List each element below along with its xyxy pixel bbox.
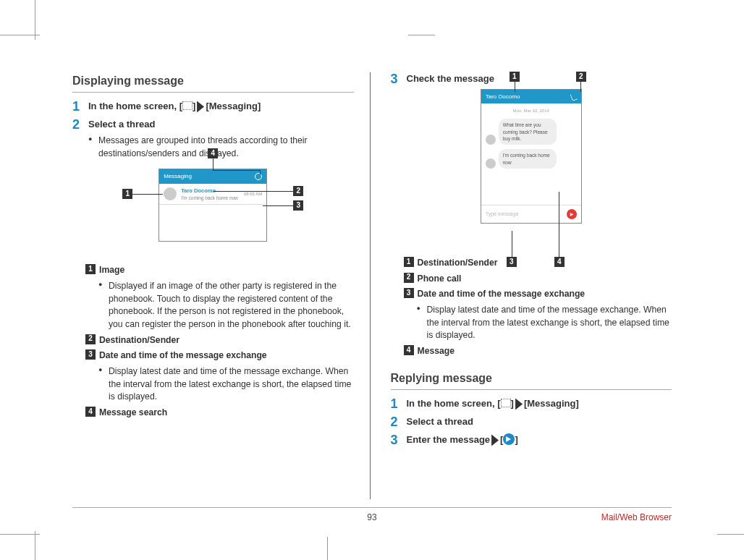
crop-mark (0, 534, 40, 535)
reply-step-1: 1 In the home screen, []▶[Messaging] (391, 397, 672, 411)
legend-num: 3 (404, 288, 414, 298)
avatar (486, 158, 496, 169)
search-icon (255, 173, 262, 180)
step-3-title: Check the message (407, 72, 672, 86)
callout-line (559, 192, 559, 257)
crop-mark (35, 0, 35, 40)
step-number: 3 (391, 72, 401, 85)
callout-line (515, 82, 515, 92)
callout-1: 1 (510, 72, 520, 82)
manual-page: Displaying message 1 In the home screen,… (0, 0, 744, 560)
figure-2-legend: 1 Destination/Sender 2 Phone call 3 Date… (391, 257, 672, 358)
conversation-date: Mon, Mar 10, 2014 (486, 108, 577, 114)
section-title-replying: Replying message (391, 370, 672, 390)
callout-3: 3 (293, 200, 303, 211)
legend-label: Message (418, 345, 455, 358)
section-title-displaying: Displaying message (72, 72, 354, 93)
reply-step-2-title: Select a thread (407, 415, 672, 429)
callout-1: 1 (122, 189, 132, 199)
step-1-instruction: In the home screen, []▶[Messaging] (88, 100, 354, 114)
callout-line (512, 231, 512, 257)
legend-desc-1: Displayed if an image of the other party… (85, 280, 354, 331)
legend-item-4: 4 Message search (85, 407, 354, 420)
legend-num: 2 (404, 273, 414, 283)
figure-thread-list: Messaging Taro Docomo I'm coming back ho… (72, 169, 354, 255)
legend-num: 1 (85, 264, 96, 274)
legend-num: 4 (85, 407, 96, 417)
text: Enter the message (407, 434, 491, 445)
legend-num: 2 (85, 334, 96, 344)
left-column: Displaying message 1 In the home screen,… (72, 72, 371, 499)
callout-4: 4 (208, 148, 218, 158)
callout-line (213, 158, 214, 170)
legend-item-3: 3 Date and time of the message exchange (85, 349, 354, 362)
reply-step-3-instruction: Enter the message▶[] (407, 433, 672, 447)
text: [Messaging] (206, 101, 261, 111)
crop-mark (717, 534, 744, 535)
legend-num: 4 (404, 345, 414, 355)
reply-step-3: 3 Enter the message▶[] (391, 433, 672, 447)
legend-item-2: 2 Destination/Sender (85, 334, 354, 347)
footer-section: Mail/Web Browser (601, 512, 672, 522)
legend-num: 1 (404, 257, 414, 267)
callout-line (213, 170, 260, 171)
callout-line (214, 191, 293, 192)
step-2-body: Select a thread Messages are grouped int… (88, 118, 354, 161)
screenshot-header: Messaging (159, 169, 266, 184)
callout-3: 3 (507, 257, 517, 267)
text: Displayed if an image of the other party… (109, 280, 354, 331)
figure-1-legend: 1 Image Displayed if an image of the oth… (72, 264, 354, 420)
callout-line (580, 82, 581, 92)
send-button-icon: ➤ (567, 209, 577, 219)
apps-grid-icon (501, 399, 511, 407)
crop-mark (35, 531, 35, 560)
conversation-body: Mon, Mar 10, 2014 What time are you comi… (481, 103, 581, 205)
legend-label: Destination/Sender (418, 257, 498, 270)
text: ] (515, 434, 517, 445)
thread-preview: I'm coming back home now (181, 195, 240, 200)
app-title: Messaging (164, 172, 192, 181)
crop-mark (0, 35, 40, 35)
text: In the home screen, [ (407, 398, 501, 409)
crop-mark (327, 537, 328, 560)
input-placeholder: Type message (486, 211, 519, 218)
conversation-header: Taro Docomo (481, 90, 581, 104)
message-bubble: What time are you coming back? Please bu… (499, 119, 557, 145)
legend-label: Date and time of the message exchange (99, 349, 267, 362)
legend-label: Message search (99, 407, 167, 420)
right-column: 3 Check the message Taro Docomo Mon, Mar… (391, 72, 672, 499)
callout-line (132, 194, 163, 195)
callout-line (263, 205, 293, 206)
callout-line (260, 170, 261, 174)
crop-mark (408, 35, 435, 35)
thread-text: Taro Docomo I'm coming back home now (181, 187, 240, 200)
note: Messages are grouped into threads accord… (98, 135, 354, 160)
step-number: 2 (391, 415, 401, 428)
legend-label: Date and time of the message exchange (418, 288, 586, 301)
callout-2: 2 (576, 72, 586, 82)
legend-label: Destination/Sender (99, 334, 179, 347)
page-footer: 93 Mail/Web Browser (72, 507, 672, 522)
page-number: 93 (367, 512, 376, 522)
step-3: 3 Check the message (391, 72, 672, 86)
phone-icon (570, 93, 578, 101)
legend-item-2: 2 Phone call (404, 273, 672, 286)
text: Display latest date and time of the mess… (427, 304, 672, 342)
message-row: What time are you coming back? Please bu… (486, 119, 577, 145)
message-row: I'm coming back home now (486, 149, 577, 169)
send-icon (503, 433, 515, 445)
legend-desc-3: Display latest date and time of the mess… (404, 304, 672, 342)
legend-item-1: 1 Destination/Sender (404, 257, 672, 270)
legend-label: Phone call (418, 273, 462, 286)
arrow-icon: ▶ (195, 96, 206, 118)
step-number: 2 (72, 118, 83, 131)
legend-desc-3: Display latest date and time of the mess… (85, 365, 354, 404)
arrow-icon: ▶ (490, 429, 500, 451)
contact-name: Taro Docomo (486, 93, 520, 101)
screenshot-conversation: Taro Docomo Mon, Mar 10, 2014 What time … (481, 89, 582, 224)
step-number: 3 (391, 433, 401, 446)
legend-item-3: 3 Date and time of the message exchange (404, 288, 672, 301)
text: [Messaging] (524, 398, 579, 409)
content-columns: Displaying message 1 In the home screen,… (72, 72, 672, 499)
callout-4: 4 (554, 257, 565, 267)
